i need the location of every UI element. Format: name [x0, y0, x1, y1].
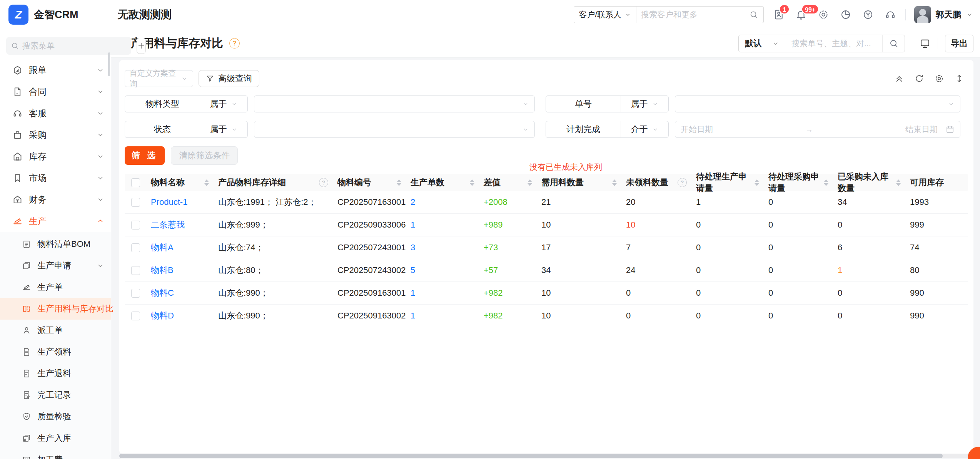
material-name-link[interactable]: 物料C — [151, 287, 174, 299]
add-menu-button[interactable] — [137, 38, 146, 54]
row-checkbox[interactable] — [131, 289, 140, 298]
sidebar-item-kefu[interactable]: 客服 — [0, 102, 111, 124]
column-settings-gear-icon[interactable] — [934, 74, 944, 84]
order-count-link[interactable]: 1 — [411, 311, 415, 321]
filter-value-select[interactable] — [254, 95, 535, 112]
notification-bell-icon[interactable]: 99+ — [795, 8, 808, 21]
col-material-name[interactable]: 物料名称 — [146, 177, 214, 188]
scheme-select[interactable]: 自定义方案查询 — [125, 70, 193, 87]
submenu-item-bom[interactable]: 物料清单BOM — [0, 233, 111, 255]
date-range-picker[interactable]: 开始日期 → 结束日期 — [675, 121, 960, 138]
global-search-input[interactable] — [641, 10, 745, 19]
notifications-badge: 99+ — [801, 4, 819, 14]
col-purchased-not-stored[interactable]: 已采购未入库数量 — [833, 171, 905, 194]
filter-operator-select[interactable]: 属于 — [621, 96, 668, 112]
order-count-link[interactable]: 2 — [411, 197, 415, 207]
material-name-link[interactable]: 二条惹我 — [151, 219, 185, 231]
submenu-item-zhiliang-jianyan[interactable]: 质量检验 — [0, 406, 111, 427]
order-count-link[interactable]: 1 — [411, 220, 415, 230]
material-name-link[interactable]: 物料A — [151, 242, 174, 253]
select-all-checkbox[interactable] — [131, 178, 140, 187]
display-icon[interactable] — [919, 38, 931, 49]
chevron-down-icon[interactable] — [762, 11, 764, 18]
material-name-link[interactable]: Product-1 — [151, 197, 187, 207]
chevron-down-icon — [96, 152, 105, 161]
submenu-item-paigongdan[interactable]: 派工单 — [0, 320, 111, 341]
scrollbar-thumb[interactable] — [119, 454, 943, 458]
filter-value-select[interactable] — [675, 95, 960, 112]
medal-icon[interactable] — [861, 8, 875, 21]
settings-gear-icon[interactable] — [817, 8, 830, 21]
col-pending-production[interactable]: 待处理生产申请量 — [691, 171, 764, 194]
headset-icon[interactable] — [884, 8, 897, 21]
help-question-icon[interactable]: ? — [678, 178, 687, 187]
search-icon[interactable] — [749, 10, 758, 19]
view-selector[interactable]: 默认 — [739, 35, 786, 52]
submenu-item-shengchandan[interactable]: 生产单 — [0, 276, 111, 298]
material-name-link[interactable]: 物料D — [151, 310, 174, 322]
refresh-icon[interactable] — [914, 74, 924, 84]
sort-icon[interactable] — [528, 179, 532, 186]
filter-operator-select[interactable]: 介于 — [621, 121, 668, 137]
sidebar-item-kucun[interactable]: 库存 — [0, 146, 111, 167]
filter-operator-select[interactable]: 属于 — [200, 96, 247, 112]
sort-icon[interactable] — [612, 179, 617, 186]
sort-icon[interactable] — [896, 179, 901, 186]
order-count-link[interactable]: 5 — [411, 265, 415, 275]
filter-operator: 属于 — [210, 124, 227, 135]
row-checkbox[interactable] — [131, 312, 140, 320]
col-order-count[interactable]: 生产单数 — [406, 177, 479, 188]
col-required-qty[interactable]: 需用料数量 — [537, 177, 621, 188]
sidebar-scrollbar[interactable] — [108, 52, 110, 76]
submenu-item-shengchan-shenqing[interactable]: 生产申请 — [0, 255, 111, 276]
sort-icon[interactable] — [204, 179, 209, 186]
filter-value-select[interactable] — [254, 121, 535, 138]
submenu-item-rukud[interactable]: 生产入库 — [0, 427, 111, 449]
sidebar-item-hetong[interactable]: 合同 — [0, 81, 111, 102]
col-pending-purchase[interactable]: 待处理采购申请量 — [764, 171, 833, 194]
submenu-item-jiagongfei[interactable]: 加工费 — [0, 449, 111, 459]
col-diff[interactable]: 差值 — [479, 177, 537, 188]
collapse-double-up-icon[interactable] — [894, 74, 904, 84]
range-arrow-icon: → — [805, 125, 813, 134]
row-checkbox[interactable] — [131, 243, 140, 252]
sidebar-item-caigou[interactable]: 采购 — [0, 124, 111, 146]
sidebar-item-shichang[interactable]: 市场 — [0, 167, 111, 189]
sidebar-search-input[interactable] — [22, 41, 127, 50]
search-scope-select[interactable]: 客户/联系人 — [574, 7, 636, 23]
user-menu[interactable]: 郭天鹏 — [914, 6, 973, 23]
help-question-icon[interactable]: ? — [319, 178, 328, 187]
clear-filters-button[interactable]: 清除筛选条件 — [171, 146, 238, 165]
submenu-item-wangong-jilu[interactable]: 完工记录 — [0, 384, 111, 406]
submenu-item-lingliao[interactable]: 生产领料 — [0, 341, 111, 363]
col-material-code[interactable]: 物料编号 — [333, 177, 406, 188]
filter-operator-select[interactable]: 属于 — [200, 121, 247, 137]
sort-icon[interactable] — [397, 179, 401, 186]
contacts-icon[interactable]: 1 — [772, 8, 785, 21]
order-count-link[interactable]: 1 — [411, 288, 415, 298]
start-date-placeholder[interactable]: 开始日期 — [681, 124, 801, 135]
submenu-item-yongliao-duibi[interactable]: 生产用料与库存对比 — [0, 298, 111, 320]
sidebar-item-shengchan[interactable]: 生产 — [0, 210, 111, 232]
help-question-icon[interactable]: ? — [229, 38, 240, 49]
submenu-item-tuiliao[interactable]: 生产退料 — [0, 363, 111, 384]
material-name-link[interactable]: 物料B — [151, 265, 174, 276]
filter-button[interactable]: 筛 选 — [125, 146, 165, 165]
topbar-right: 客户/联系人 1 99+ — [574, 0, 973, 29]
sidebar-item-caiwu[interactable]: 财务 — [0, 189, 111, 210]
row-checkbox[interactable] — [131, 221, 140, 230]
sort-icon[interactable] — [755, 179, 759, 186]
advanced-query-button[interactable]: 高级查询 — [199, 70, 259, 87]
pie-chart-icon[interactable] — [839, 8, 852, 21]
export-button[interactable]: 导出 — [945, 35, 973, 52]
sidebar-item-gendan[interactable]: 跟单 — [0, 59, 111, 81]
sort-icon[interactable] — [470, 179, 474, 186]
page-search-input[interactable] — [786, 39, 882, 48]
search-button[interactable] — [882, 35, 905, 52]
end-date-placeholder[interactable]: 结束日期 — [817, 124, 942, 135]
row-checkbox[interactable] — [131, 198, 140, 207]
row-height-icon[interactable] — [954, 74, 964, 84]
sort-icon[interactable] — [824, 179, 828, 186]
row-checkbox[interactable] — [131, 266, 140, 275]
order-count-link[interactable]: 3 — [411, 243, 415, 253]
